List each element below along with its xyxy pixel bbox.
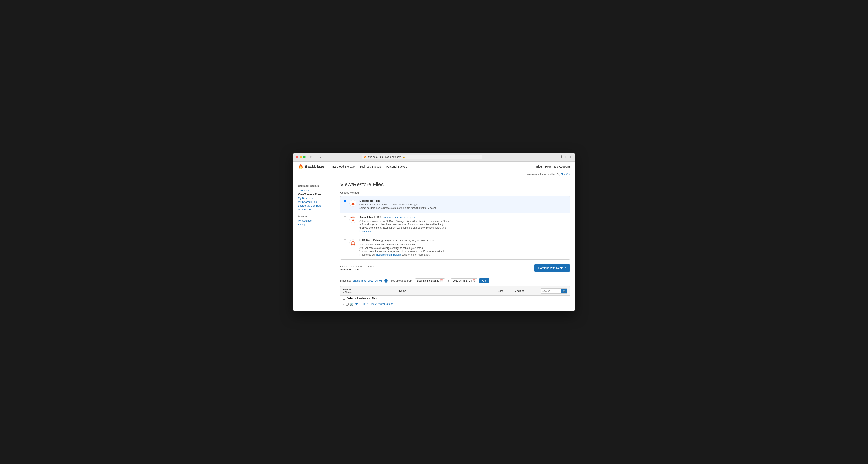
- from-date-input[interactable]: Beginning of Backup 📅: [415, 278, 445, 283]
- to-date-input[interactable]: 2022-05-06 17:10 📅: [451, 278, 477, 283]
- method-card-b2[interactable]: B2 Save Files to B2 (Additional B2 prici…: [340, 213, 570, 236]
- continue-with-restore-button[interactable]: Continue with Restore: [534, 265, 570, 272]
- logo-text: Backblaze: [305, 164, 324, 169]
- maximize-button[interactable]: [303, 156, 306, 158]
- b2-icon: B2: [349, 216, 357, 224]
- method-desc-b2: Select files to archive in B2 Cloud Stor…: [359, 219, 567, 233]
- browser-chrome: ⊡ ‹ › 🔥 tree-sac0-0009.backblaze.com 🔒 ⬇…: [293, 153, 575, 162]
- file-selection-header: Choose files below to restore: Selected:…: [340, 265, 570, 272]
- method-desc-usb: Your files will be sent on an external U…: [359, 243, 567, 256]
- file-browser: Folders ≡ Filters ↓ Name Size Modified 🔍: [340, 286, 570, 307]
- favicon-icon: 🔥: [364, 156, 367, 158]
- traffic-lights: [296, 156, 306, 158]
- usb-icon: [349, 239, 357, 247]
- method-info-b2: Save Files to B2 (Additional B2 pricing …: [359, 216, 567, 233]
- sidebar-item-view-restore-files[interactable]: View/Restore Files: [298, 192, 334, 196]
- logo: 🔥 Backblaze: [298, 164, 324, 169]
- chevron-down-icon[interactable]: ▼: [343, 303, 345, 305]
- machine-info-icon[interactable]: i: [384, 279, 388, 282]
- fb-select-all-folders: Select all folders and files: [340, 296, 397, 301]
- nav-business-backup[interactable]: Business Backup: [359, 165, 381, 168]
- file-selection-info: Choose files below to restore: Selected:…: [340, 265, 375, 271]
- welcome-text: Welcome spheres.babbles_0c,: [527, 173, 560, 176]
- browser-right-actions: ⬇ ⬆ ＋: [560, 155, 572, 159]
- main-content: View/Restore Files Choose Method:: [340, 181, 570, 307]
- address-bar[interactable]: 🔥 tree-sac0-0009.backblaze.com 🔒: [362, 155, 482, 159]
- selected-info: Selected: 0 byte: [340, 268, 375, 271]
- fb-drive-row: ▼ 💽 APPLE HDD HTS541010A9E632 M...: [340, 302, 570, 307]
- file-browser-header: Folders ≡ Filters ↓ Name Size Modified 🔍: [340, 286, 570, 296]
- svg-rect-8: [353, 243, 354, 243]
- nav-personal-backup[interactable]: Personal Backup: [386, 165, 407, 168]
- fb-search[interactable]: 🔍: [540, 288, 567, 293]
- new-tab-icon[interactable]: ＋: [569, 155, 572, 159]
- url-text: tree-sac0-0009.backblaze.com: [368, 156, 401, 158]
- forward-button[interactable]: ›: [319, 155, 322, 159]
- nav-my-account[interactable]: My Account: [554, 165, 570, 168]
- nav-b2-cloud-storage[interactable]: B2 Cloud Storage: [332, 165, 355, 168]
- restore-return-refund-link[interactable]: Restore Return Refund: [376, 253, 401, 256]
- sidebar-item-my-restores[interactable]: My Restores: [298, 196, 334, 200]
- method-info-download: Download (Free) Click individual files b…: [359, 199, 567, 210]
- drive-checkbox[interactable]: [346, 303, 349, 306]
- usb-title-suffix: ($189) up to 8 TB max (7,000,000 MB of d…: [381, 239, 435, 242]
- method-subtitle-b2: (Additional B2 pricing applies): [382, 216, 416, 219]
- logo-flame-icon: 🔥: [298, 164, 303, 169]
- sidebar-item-my-shared-files[interactable]: My Shared Files: [298, 200, 334, 204]
- search-input[interactable]: [541, 289, 561, 293]
- fb-col-size: Size: [498, 289, 515, 292]
- calendar-icon-to: 📅: [473, 279, 476, 282]
- learn-more-link[interactable]: Learn more.: [359, 230, 372, 233]
- welcome-bar: Welcome spheres.babbles_0c, Sign Out: [293, 172, 575, 177]
- lock-icon: 🔒: [402, 156, 405, 158]
- selected-value: 0 byte: [352, 268, 360, 271]
- method-info-usb: USB Hard Drive ($189) up to 8 TB max (7,…: [359, 239, 567, 256]
- hard-drive-icon: 💽: [350, 303, 353, 306]
- nav-help[interactable]: Help: [545, 165, 551, 168]
- svg-text:B2: B2: [351, 218, 354, 221]
- select-all-row: Select all folders and files: [340, 296, 570, 302]
- search-button[interactable]: 🔍: [561, 288, 567, 293]
- sidebar-item-locate-my-computer[interactable]: Locate My Computer: [298, 204, 334, 208]
- top-nav: 🔥 Backblaze B2 Cloud Storage Business Ba…: [293, 162, 575, 172]
- share-icon[interactable]: ⬆: [565, 155, 567, 159]
- method-radio-usb[interactable]: [344, 239, 346, 242]
- sidebar-item-billing[interactable]: Billing: [298, 222, 334, 226]
- fb-col-modified: Modified: [515, 289, 540, 292]
- sidebar-item-my-settings[interactable]: My Settings: [298, 219, 334, 222]
- nav-blog[interactable]: Blog: [536, 165, 542, 168]
- fb-filters-button[interactable]: ≡ Filters ↓: [343, 291, 394, 294]
- downloads-icon[interactable]: ⬇: [560, 155, 563, 159]
- sidebar-section-computer-backup: Computer Backup: [298, 185, 334, 187]
- method-radio-download[interactable]: [344, 199, 346, 203]
- go-button[interactable]: Go: [479, 278, 489, 283]
- sign-out-link[interactable]: Sign Out: [561, 173, 570, 176]
- method-card-usb[interactable]: USB Hard Drive ($189) up to 8 TB max (7,…: [340, 236, 570, 259]
- select-all-checkbox[interactable]: [343, 297, 345, 300]
- method-card-download[interactable]: Download (Free) Click individual files b…: [340, 196, 570, 213]
- method-title-usb: USB Hard Drive: [359, 239, 380, 242]
- main-layout: Computer Backup Overview View/Restore Fi…: [293, 177, 575, 311]
- minimize-button[interactable]: [300, 156, 302, 158]
- machine-row: Machine: craigs-imac_2022_05_05 i Files …: [340, 278, 570, 283]
- machine-name: craigs-imac_2022_05_05: [353, 279, 382, 282]
- machine-label: Machine:: [340, 279, 351, 282]
- method-radio-b2[interactable]: [344, 216, 346, 219]
- method-desc-download: Click individual files below to download…: [359, 203, 567, 210]
- close-button[interactable]: [296, 156, 299, 158]
- calendar-icon: 📅: [440, 279, 443, 282]
- sidebar-toggle-button[interactable]: ⊡: [309, 155, 313, 159]
- back-button[interactable]: ‹: [315, 155, 317, 159]
- nav-right: Blog Help My Account: [536, 165, 570, 168]
- svg-point-5: [350, 240, 356, 246]
- to-label: to: [447, 279, 449, 282]
- main-nav: B2 Cloud Storage Business Backup Persona…: [332, 165, 536, 168]
- svg-rect-7: [352, 243, 353, 243]
- choose-method-label: Choose Method:: [340, 191, 570, 194]
- sidebar-item-preferences[interactable]: Preferences: [298, 208, 334, 212]
- sidebar-item-overview[interactable]: Overview: [298, 189, 334, 192]
- method-cards: Download (Free) Click individual files b…: [340, 196, 570, 259]
- method-title-b2: Save Files to B2: [359, 216, 381, 219]
- browser-controls: ⊡ ‹ ›: [309, 155, 321, 159]
- drive-name: APPLE HDD HTS541010A9E632 M...: [354, 303, 395, 306]
